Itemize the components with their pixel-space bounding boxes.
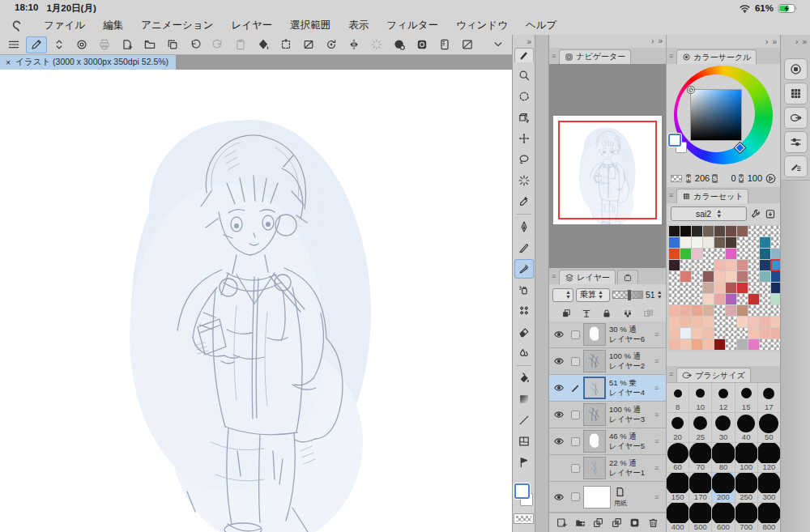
menu-item[interactable]: ヘルプ xyxy=(517,17,565,34)
tool-zoom-icon[interactable] xyxy=(514,66,534,85)
tool-eraser-icon[interactable] xyxy=(514,322,534,342)
color-swatch[interactable] xyxy=(748,237,759,248)
tool-wand-icon[interactable] xyxy=(514,171,534,190)
tab-brush-size[interactable]: ブラシサイズ xyxy=(676,368,750,382)
transparent-color-swatch[interactable] xyxy=(671,175,682,182)
color-swatch[interactable] xyxy=(669,271,680,282)
panel-col2-collapse[interactable]: ›» xyxy=(667,35,780,48)
layer-drag-handle[interactable]: ≡ xyxy=(654,437,664,445)
close-tab-icon[interactable]: × xyxy=(6,57,11,67)
color-swatch[interactable] xyxy=(748,328,759,338)
color-swatch[interactable] xyxy=(703,271,714,282)
layer-drag-handle[interactable]: ≡ xyxy=(654,493,664,501)
brush-size-100[interactable]: 100 xyxy=(735,443,757,472)
fill-icon[interactable] xyxy=(253,36,274,53)
color-swatch[interactable] xyxy=(726,271,736,282)
layer-drag-handle[interactable]: ≡ xyxy=(654,330,664,338)
dock-collapse[interactable]: ›» xyxy=(781,35,810,48)
color-swatch[interactable] xyxy=(748,226,759,236)
layer-thumbnail[interactable] xyxy=(583,350,606,372)
color-swatch[interactable] xyxy=(680,283,691,293)
panel-handle[interactable]: ≡ xyxy=(669,370,673,378)
color-swatch[interactable] xyxy=(669,317,680,327)
color-swatch[interactable] xyxy=(680,271,691,282)
brush-size-40[interactable]: 40 xyxy=(735,413,757,442)
color-swatch[interactable] xyxy=(737,237,748,248)
snap-circle-icon[interactable] xyxy=(389,36,410,53)
color-swatch[interactable] xyxy=(737,226,748,236)
brush-size-700[interactable]: 700 xyxy=(735,503,757,532)
tool-pen-icon[interactable] xyxy=(514,217,534,236)
tool-eyedropper-icon[interactable] xyxy=(514,192,534,211)
tab-layer-property[interactable] xyxy=(617,270,638,284)
transform-icon[interactable] xyxy=(275,36,296,53)
layer-visible-eye-icon[interactable] xyxy=(553,329,565,340)
tool-move-icon[interactable] xyxy=(514,129,534,148)
color-swatch[interactable] xyxy=(760,305,770,316)
dock-tool-prop-icon[interactable] xyxy=(784,131,808,153)
transparent-color-swatch[interactable] xyxy=(514,514,533,523)
color-swatch[interactable] xyxy=(680,339,691,350)
tool-gradient-icon[interactable] xyxy=(514,389,534,409)
color-swatch[interactable] xyxy=(680,237,691,248)
color-swatch[interactable] xyxy=(669,283,680,293)
color-swatch[interactable] xyxy=(737,339,748,350)
brush-size-300[interactable]: 300 xyxy=(758,473,780,502)
color-swatch[interactable] xyxy=(680,317,691,327)
tool-tab-pen[interactable] xyxy=(514,48,534,62)
layer-thumbnail[interactable] xyxy=(583,403,606,426)
mask-btn-icon[interactable] xyxy=(629,517,641,529)
brush-size-800[interactable]: 800 xyxy=(758,503,780,532)
deselect-icon[interactable] xyxy=(298,36,319,53)
menu-item[interactable]: 編集 xyxy=(94,17,132,34)
color-swatch[interactable] xyxy=(726,249,736,259)
spiral-icon[interactable] xyxy=(71,36,92,53)
color-swatch[interactable] xyxy=(703,260,714,270)
tool-palette-collapse[interactable]: » xyxy=(513,35,535,48)
brush-size-20[interactable]: 20 xyxy=(667,413,688,442)
color-swatch[interactable] xyxy=(669,226,680,236)
color-swatch[interactable] xyxy=(737,305,748,316)
ruler-icon[interactable] xyxy=(581,308,592,319)
screen-rect-icon[interactable] xyxy=(457,36,478,53)
color-swatch[interactable] xyxy=(669,294,680,304)
color-swatch[interactable] xyxy=(748,271,759,282)
brush-size-70[interactable]: 70 xyxy=(689,443,711,472)
layer-drag-handle[interactable]: ≡ xyxy=(654,384,664,392)
paper-thumbnail[interactable] xyxy=(583,486,611,509)
color-swatch[interactable] xyxy=(760,339,770,350)
brush-size-250[interactable]: 250 xyxy=(735,473,757,502)
new-canvas-icon[interactable] xyxy=(117,36,138,53)
color-swatch[interactable] xyxy=(737,283,748,293)
tool-rotate-view-icon[interactable] xyxy=(514,87,534,106)
brush-size-10[interactable]: 10 xyxy=(689,383,711,412)
menu-item[interactable]: レイヤー xyxy=(222,17,281,34)
brush-size-60[interactable]: 60 xyxy=(667,443,688,472)
layer-thumbnail[interactable] xyxy=(583,377,606,399)
color-swatch[interactable] xyxy=(726,328,736,338)
layer-checkbox[interactable] xyxy=(571,330,580,339)
color-swatch[interactable] xyxy=(726,339,736,350)
brush-size-17[interactable]: 17 xyxy=(758,383,780,412)
color-swatch[interactable] xyxy=(714,226,725,236)
brush-size-30[interactable]: 30 xyxy=(712,413,734,442)
layer-checkbox[interactable] xyxy=(571,437,580,446)
menu-item[interactable]: 表示 xyxy=(339,17,377,34)
brush-size-25[interactable]: 25 xyxy=(689,413,711,442)
color-swatch[interactable] xyxy=(703,283,714,293)
layer-visible-eye-icon[interactable] xyxy=(553,355,565,367)
drawing-canvas[interactable] xyxy=(0,70,512,532)
color-swatch[interactable] xyxy=(760,271,770,282)
color-swatch[interactable] xyxy=(669,249,680,259)
panel-divider[interactable] xyxy=(535,35,549,532)
new-folder-icon[interactable] xyxy=(574,517,586,529)
color-set-edit-icon[interactable] xyxy=(750,208,761,219)
menu-icon[interactable] xyxy=(3,36,24,53)
sv-square[interactable] xyxy=(691,90,741,140)
color-swatch[interactable] xyxy=(669,237,680,248)
color-swatch[interactable] xyxy=(748,317,759,327)
color-swatch[interactable] xyxy=(669,305,680,316)
tool-lasso-icon[interactable] xyxy=(514,150,534,169)
device-panel-icon[interactable] xyxy=(434,36,455,53)
layer-checkbox[interactable] xyxy=(571,492,580,501)
